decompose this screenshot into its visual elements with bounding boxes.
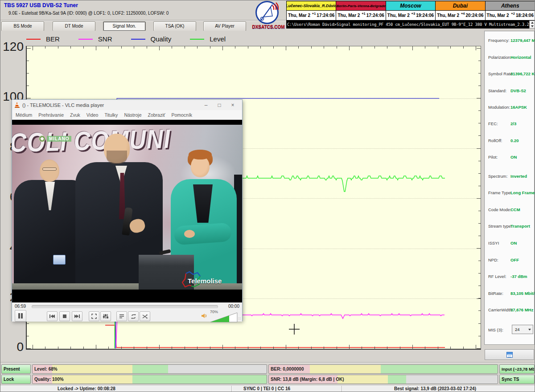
input-bitrate-badge: Input (~23,78 Mbps) (499, 364, 535, 374)
milano-badge: MILANO (39, 135, 71, 142)
person-woman-crossed-arms (174, 223, 232, 245)
clock-berlin-paris-vienna-belgrade: Berlin-Paris-Vienna-BelgradeThu, Mar 2+1… (336, 1, 386, 20)
logo-text: DXSATCS.COM (247, 24, 289, 29)
mis-selected-value: 24 (515, 327, 520, 332)
letterbox-top (12, 120, 242, 125)
best-signal-status: Best signal: 13,9 dB (2023-03-02 17:24) (394, 386, 476, 391)
satellite-subtitle: 9.0E - Eutelsat 9B/Ka-Sat 9A (ID: 0090) … (8, 11, 169, 16)
mis-label: MIS (3): (488, 327, 503, 332)
vlc-video-area[interactable]: COLI COMUNI MILANO (12, 120, 242, 302)
close-button[interactable]: × (226, 102, 239, 108)
console-command-line[interactable]: C:\Users\Roman Dávid>Signal monitoring_P… (286, 20, 529, 29)
seek-bar[interactable] (32, 305, 218, 308)
person-left-lanyard-badge (53, 255, 66, 265)
clock-dubai: DubaiThu, Mar 2+420:24:06 (436, 1, 485, 20)
person-woman-hand (184, 230, 195, 238)
menu-n-stroje[interactable]: Nástroje (124, 112, 141, 118)
mis-dropdown[interactable]: 24 (512, 325, 533, 334)
satellite-dish-icon (255, 1, 279, 24)
legend-quality: Quality (131, 35, 172, 43)
legend-ber: BER (26, 35, 60, 43)
telemolise-logo: Telemolise (180, 270, 238, 290)
y-label-120: 120 (1, 40, 24, 54)
pause-button[interactable] (15, 310, 26, 322)
tab-av-player[interactable]: AV Player (203, 21, 246, 31)
clock-athens: AthensThu, Mar 2+218:24:06 (486, 1, 535, 20)
person-center-beard (107, 151, 127, 164)
chart-legend: BERSNRQualityLevel (26, 35, 226, 43)
video-frame: COLI COMUNI MILANO (12, 125, 242, 290)
playlist-button[interactable] (116, 311, 127, 321)
sync-status: SYNC 0 | TEI 0 | CC 16 (243, 386, 290, 391)
legend-snr: SNR (78, 35, 112, 43)
volume-speaker-icon[interactable] (201, 313, 207, 318)
maximize-button[interactable]: □ (213, 102, 226, 108)
total-time: 00:00 (228, 304, 239, 309)
statusbar-divider (231, 386, 232, 392)
clock-lu-enec-slovakia-r-d-vid: Lučenec-Slovakia_R.DávidThu, Mar 2+117:2… (287, 1, 336, 20)
level-bar: Level: 68% (32, 364, 267, 374)
vlc-window[interactable]: () - TELEMOLISE - VLC media player – □ ×… (12, 99, 243, 321)
menu-video[interactable]: Video (86, 112, 99, 118)
scroll-up-icon[interactable] (531, 22, 534, 24)
tab-tsa-ok-[interactable]: TSA (OK) (153, 21, 196, 31)
extended-settings-button[interactable] (100, 311, 111, 321)
crosshair-cursor[interactable] (289, 324, 300, 335)
vlc-titlebar[interactable]: () - TELEMOLISE - VLC media player – □ × (12, 100, 242, 110)
statusbar-divider (342, 386, 342, 392)
uptime-status: Locked -> Uptime: 00:08:28 (58, 386, 115, 391)
minimize-button[interactable]: – (199, 102, 213, 108)
menu-zobrazi-[interactable]: Zobraziť (148, 112, 165, 118)
present-badge: Present (1, 364, 31, 374)
vlc-cone-icon (15, 102, 20, 108)
fullscreen-button[interactable] (89, 311, 99, 321)
tab-signal-mon-[interactable]: Signal Mon. (103, 21, 146, 31)
menu-m-dium[interactable]: Médium (16, 112, 32, 118)
console-scrollbar[interactable] (529, 20, 535, 29)
person-left-glasses (42, 167, 57, 171)
event-logo-icon (39, 135, 45, 142)
menu-pomocn-k[interactable]: Pomocník (171, 112, 192, 118)
quality-bar: Quality: 100% (32, 375, 267, 384)
volume-slider[interactable] (210, 312, 238, 323)
y-label-0: 0 (1, 340, 24, 354)
person-left-head (40, 159, 59, 182)
chevron-down-icon (528, 329, 531, 331)
statusbar: Locked -> Uptime: 00:08:28 SYNC 0 | TEI … (0, 385, 535, 392)
stop-button[interactable] (59, 311, 70, 321)
loop-button[interactable] (128, 311, 139, 321)
vlc-window-title: () - TELEMOLISE - VLC media player (22, 102, 199, 108)
letterbox-bottom (12, 290, 242, 302)
tuner-app-window: TBS 5927 USB DVB-S2 Tuner 9.0E - Eutelsa… (0, 0, 535, 392)
person-woman-fringe (189, 150, 212, 159)
panel-toggle-button[interactable] (485, 349, 534, 360)
tab-dt-mode[interactable]: DT Mode (53, 21, 95, 31)
clock-moscow: MoscowThu, Mar 2+319:24:06 (386, 1, 436, 20)
app-title: TBS 5927 USB DVB-S2 Tuner (4, 2, 78, 8)
scroll-down-icon[interactable] (531, 25, 534, 27)
tab-bs-mode[interactable]: BS Mode (1, 21, 44, 31)
snr-bar: SNR: 13,8 dB (Margin: 6,8 dB | OK) (268, 375, 498, 384)
world-clocks: Lučenec-Slovakia_R.DávidThu, Mar 2+117:2… (286, 1, 535, 20)
resize-grip[interactable]: ∷ (239, 317, 241, 321)
menu-zvuk[interactable]: Zvuk (70, 112, 80, 118)
legend-level: Level (190, 35, 226, 43)
vlc-menubar: MédiumPrehrávanieZvukVideoTitulkyNástroj… (12, 110, 242, 120)
random-button[interactable] (140, 311, 150, 321)
sync-ts-badge: Sync TS (499, 375, 535, 384)
elapsed-time: 06:59 (15, 304, 26, 309)
dxsatcs-logo: DXSATCS.COM (254, 1, 283, 30)
signal-parameters-panel: 24 Frequency:12379,447 MHzPolarization:H… (484, 31, 535, 345)
lock-badge: Lock (1, 375, 31, 384)
next-button[interactable] (72, 311, 82, 321)
stage-backdrop-text: COLI COMUNI (12, 125, 171, 158)
gridline-100 (27, 98, 481, 99)
previous-button[interactable] (47, 311, 58, 321)
vlc-controls: 06:59 00:00 (12, 302, 242, 322)
menu-titulky[interactable]: Titulky (104, 112, 118, 118)
panel-window-icon (506, 352, 513, 358)
toolbar-divider (0, 20, 288, 21)
footer-divider (0, 362, 535, 363)
ber-bar: BER: 0,0000000 (268, 364, 498, 374)
menu-prehr-vanie[interactable]: Prehrávanie (38, 112, 64, 118)
